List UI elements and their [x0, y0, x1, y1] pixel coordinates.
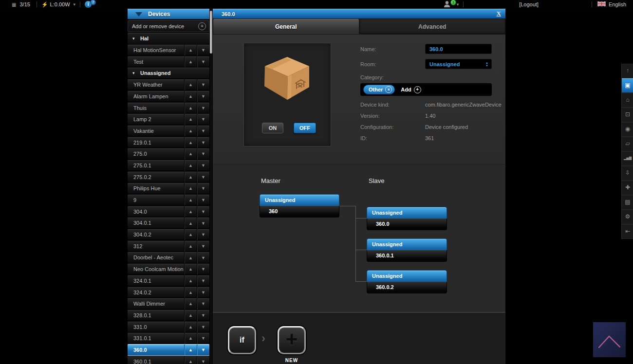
device-item-doorbel-aeotec[interactable]: Doorbel - Aeotec▲▼ — [128, 252, 209, 263]
devices-icon[interactable]: ⊡ — [622, 108, 633, 122]
room-select[interactable]: Unassigned ▲▼ — [425, 59, 492, 69]
move-down-button[interactable]: ▼ — [197, 241, 209, 252]
device-item-yr-weather[interactable]: YR Weather▲▼ — [128, 79, 209, 90]
move-up-button[interactable]: ▲ — [184, 356, 197, 364]
add-remove-device-button[interactable]: Add or remove device + — [128, 20, 209, 32]
device-item-312[interactable]: 312▲▼ — [128, 241, 209, 252]
exit-icon[interactable]: ⇤ — [622, 224, 633, 239]
plugins-icon[interactable]: ✚ — [622, 181, 633, 195]
move-down-button[interactable]: ▼ — [197, 103, 209, 113]
scenes-icon[interactable]: ▱ — [622, 137, 633, 151]
device-item-alarm-lampen[interactable]: Alarm Lampen▲▼ — [128, 91, 209, 102]
move-down-button[interactable]: ▼ — [197, 195, 209, 205]
move-up-button[interactable]: ▲ — [184, 310, 197, 321]
move-down-button[interactable]: ▼ — [197, 45, 209, 55]
move-down-button[interactable]: ▼ — [197, 333, 209, 344]
move-up-button[interactable]: ▲ — [184, 103, 197, 113]
user-menu-button[interactable]: 1 — [444, 0, 455, 8]
device-item-thuis[interactable]: Thuis▲▼ — [128, 103, 209, 113]
move-up-button[interactable]: ▲ — [184, 45, 197, 55]
move-up-button[interactable]: ▲ — [184, 160, 197, 171]
move-down-button[interactable]: ▼ — [197, 310, 209, 321]
move-up-button[interactable]: ▲ — [184, 56, 197, 67]
move-up-button[interactable]: ▲ — [184, 183, 197, 194]
move-down-button[interactable]: ▼ — [197, 356, 209, 364]
chevron-down-icon[interactable]: ▾ — [74, 2, 76, 7]
if-scene-button[interactable]: if — [228, 326, 256, 354]
move-up-button[interactable]: ▲ — [184, 275, 197, 286]
save-icon[interactable]: ▣ — [622, 78, 633, 93]
move-up-button[interactable]: ▲ — [184, 298, 197, 309]
move-down-button[interactable]: ▼ — [197, 114, 209, 125]
move-up-button[interactable]: ▲ — [184, 79, 197, 90]
device-item-walli-dimmer[interactable]: Walli Dimmer▲▼ — [128, 298, 209, 309]
slave-card-header[interactable]: Unassigned — [367, 238, 447, 250]
sidebar-scrollbar[interactable] — [210, 9, 212, 364]
move-up-button[interactable]: ▲ — [184, 114, 197, 125]
device-group-unassigned[interactable]: ▾Unassigned — [128, 68, 209, 78]
move-up-button[interactable]: ▲ — [184, 126, 197, 136]
move-down-button[interactable]: ▼ — [197, 137, 209, 148]
close-icon[interactable]: X — [497, 10, 501, 18]
move-down-button[interactable]: ▼ — [197, 160, 209, 171]
slave-card-header[interactable]: Unassigned — [367, 270, 447, 282]
move-down-button[interactable]: ▼ — [197, 275, 209, 286]
move-up-button[interactable]: ▲ — [184, 137, 197, 148]
device-item-324-0-2[interactable]: 324.0.2▲▼ — [128, 287, 209, 298]
scrollbar-thumb[interactable] — [210, 11, 212, 54]
logout-link[interactable]: [Logout] — [519, 1, 539, 7]
device-item-304-0[interactable]: 304.0▲▼ — [128, 206, 209, 217]
remove-category-icon[interactable]: x — [385, 86, 392, 93]
move-up-button[interactable]: ▲ — [184, 264, 197, 274]
device-item-lamp-2[interactable]: Lamp 2▲▼ — [128, 114, 209, 125]
device-item-test[interactable]: Test▲▼ — [128, 56, 209, 67]
move-down-button[interactable]: ▼ — [197, 172, 209, 182]
move-up-button[interactable]: ▲ — [184, 333, 197, 344]
home-icon[interactable]: ⌂ — [622, 93, 633, 108]
move-up-button[interactable]: ▲ — [184, 172, 197, 182]
device-item-275-0[interactable]: 275.0▲▼ — [128, 148, 209, 159]
language-label[interactable]: English — [609, 1, 626, 7]
add-category-button[interactable]: Add + — [401, 86, 421, 93]
move-up-button[interactable]: ▲ — [184, 218, 197, 228]
move-up-button[interactable]: ▲ — [184, 241, 197, 252]
device-group-hal[interactable]: ▾Hal — [128, 33, 209, 44]
device-item-hal-motionsensor[interactable]: Hal MotionSensor▲▼ — [128, 45, 209, 55]
name-input[interactable]: 360.0 — [425, 44, 492, 54]
device-item-331-0-1[interactable]: 331.0.1▲▼ — [128, 333, 209, 344]
device-item-vakantie[interactable]: Vakantie▲▼ — [128, 126, 209, 136]
device-item-219-0-1[interactable]: 219.0.1▲▼ — [128, 137, 209, 148]
move-up-button[interactable]: ▲ — [184, 206, 197, 217]
device-item-328-0-1[interactable]: 328.0.1▲▼ — [128, 310, 209, 321]
device-item-360-0-1[interactable]: 360.0.1▲▼ — [128, 356, 209, 364]
scroll-up-icon[interactable]: ↑ — [622, 64, 633, 78]
location-icon[interactable]: ◉ — [622, 122, 633, 137]
move-up-button[interactable]: ▲ — [184, 287, 197, 298]
move-up-button[interactable]: ▲ — [184, 91, 197, 102]
device-item-331-0[interactable]: 331.0▲▼ — [128, 322, 209, 332]
backup-icon[interactable]: ⇩ — [622, 166, 633, 181]
move-up-button[interactable]: ▲ — [184, 345, 197, 355]
notifications-button[interactable]: i 2 — [85, 0, 95, 8]
move-down-button[interactable]: ▼ — [197, 287, 209, 298]
device-item-9[interactable]: 9▲▼ — [128, 195, 209, 205]
move-down-button[interactable]: ▼ — [197, 206, 209, 217]
settings-gears-icon[interactable]: ⚙ — [622, 210, 633, 224]
chevron-down-icon[interactable]: ▾ — [457, 2, 459, 7]
device-item-304-0-1[interactable]: 304.0.1▲▼ — [128, 218, 209, 228]
move-up-button[interactable]: ▲ — [184, 148, 197, 159]
master-card-header[interactable]: Unassigned — [260, 194, 339, 206]
slave-card-header[interactable]: Unassigned — [367, 207, 447, 218]
new-scene-button[interactable]: + — [278, 326, 306, 354]
move-up-button[interactable]: ▲ — [184, 322, 197, 332]
move-down-button[interactable]: ▼ — [197, 264, 209, 274]
move-up-button[interactable]: ▲ — [184, 195, 197, 205]
move-down-button[interactable]: ▼ — [197, 322, 209, 332]
turn-on-button[interactable]: ON — [262, 123, 283, 133]
move-down-button[interactable]: ▼ — [197, 126, 209, 136]
tab-advanced[interactable]: Advanced — [359, 18, 506, 35]
move-down-button[interactable]: ▼ — [197, 183, 209, 194]
devices-header[interactable]: Devices — [128, 9, 209, 19]
device-item-324-0-1[interactable]: 324.0.1▲▼ — [128, 275, 209, 286]
move-down-button[interactable]: ▼ — [197, 79, 209, 90]
